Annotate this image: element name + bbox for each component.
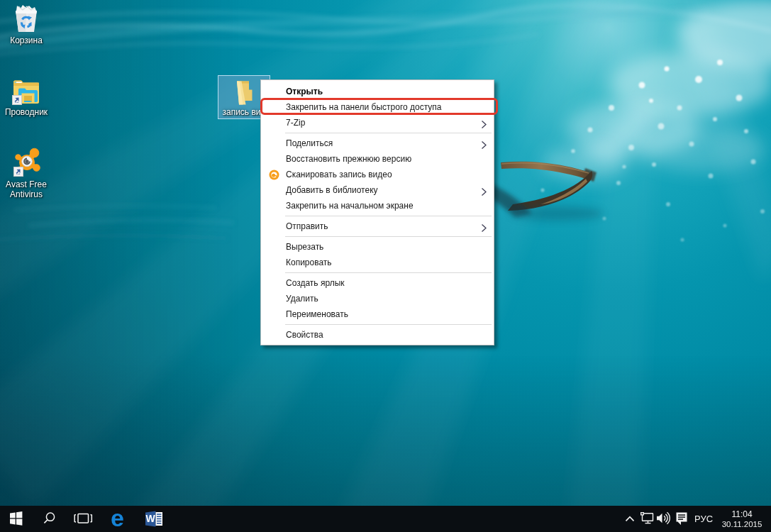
svg-text:11:04: 11:04 — [731, 509, 752, 519]
svg-text:e: e — [111, 506, 124, 531]
svg-text:РУС: РУС — [694, 514, 713, 524]
svg-text:W: W — [145, 513, 155, 524]
svg-text:30.11.2015: 30.11.2015 — [722, 520, 762, 528]
